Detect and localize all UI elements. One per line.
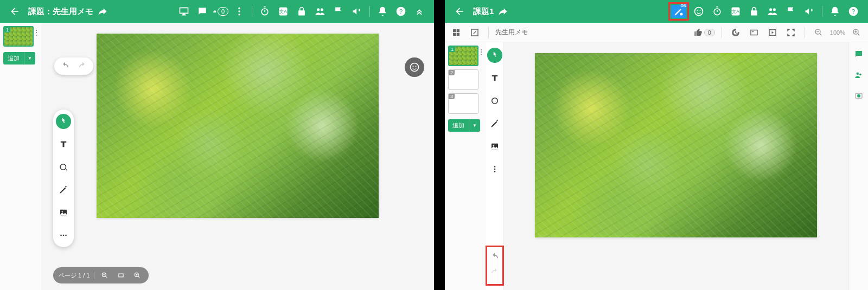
text-tool[interactable] — [56, 137, 71, 152]
zoom-in[interactable] — [131, 269, 143, 281]
more-icon[interactable] — [232, 4, 247, 19]
camera-icon[interactable] — [852, 89, 865, 102]
help-icon[interactable]: ? — [393, 4, 409, 19]
fullscreen-icon[interactable] — [784, 25, 798, 40]
zoom-in-icon[interactable] — [850, 25, 864, 40]
group-icon[interactable] — [852, 68, 865, 81]
translate-icon[interactable]: 文A — [728, 4, 743, 19]
share-icon[interactable] — [495, 4, 510, 19]
pen-tool[interactable] — [56, 182, 71, 197]
svg-point-22 — [680, 13, 683, 16]
flag-icon[interactable] — [331, 4, 346, 19]
add-dropdown[interactable]: ▼ — [469, 119, 480, 132]
timer-icon[interactable] — [710, 4, 725, 19]
grid-view-icon[interactable] — [449, 25, 463, 40]
thumb-menu-icon[interactable]: ⋮ — [33, 28, 40, 37]
redo-button[interactable] — [76, 60, 89, 73]
like-count: 0 — [704, 29, 715, 36]
zoom-out-icon[interactable] — [812, 25, 826, 40]
present-icon[interactable] — [176, 4, 192, 19]
svg-point-48 — [856, 73, 859, 75]
svg-point-44 — [493, 145, 494, 146]
undo-button[interactable] — [490, 252, 500, 264]
shape-tool[interactable] — [487, 93, 502, 108]
bell-icon[interactable] — [375, 4, 390, 19]
svg-rect-34 — [457, 29, 459, 32]
svg-rect-36 — [457, 33, 459, 35]
edit-icon[interactable] — [468, 25, 482, 40]
like-button[interactable]: 0 — [213, 4, 228, 19]
like-button[interactable]: 0 — [694, 28, 715, 37]
fit-screen[interactable] — [115, 269, 127, 281]
thumb-1[interactable]: 1 ⋮ — [3, 26, 34, 47]
page-title: 課題1 — [473, 7, 494, 17]
svg-point-23 — [695, 8, 703, 16]
undo-button[interactable] — [59, 60, 72, 73]
svg-rect-33 — [453, 29, 456, 32]
image-tool[interactable] — [56, 205, 71, 220]
page-indicator: ページ 1 / 1 — [59, 272, 90, 280]
add-dropdown[interactable]: ▼ — [24, 52, 35, 65]
canvas-image — [535, 53, 817, 237]
svg-point-6 — [317, 8, 320, 11]
shape-tool[interactable] — [56, 159, 71, 175]
canvas[interactable] — [503, 42, 848, 290]
svg-point-29 — [769, 8, 772, 11]
card-icon[interactable] — [747, 25, 761, 40]
announce-icon[interactable] — [349, 4, 365, 19]
svg-point-11 — [413, 66, 414, 67]
add-button[interactable]: 追加 — [3, 52, 24, 65]
history-icon[interactable] — [729, 25, 743, 40]
help-icon[interactable]: ? — [846, 4, 861, 19]
back-button[interactable] — [452, 4, 467, 19]
translate-icon[interactable]: 文A — [276, 4, 291, 19]
teacher-badge[interactable] — [405, 57, 424, 77]
announce-icon[interactable] — [802, 4, 817, 19]
pointer-tool[interactable] — [56, 114, 71, 129]
thumb-1[interactable]: 1 ⋮ — [448, 46, 478, 66]
pointer-tool[interactable] — [487, 48, 502, 63]
chat-icon[interactable] — [852, 48, 865, 61]
back-button[interactable] — [7, 4, 22, 19]
face-icon[interactable] — [691, 4, 706, 19]
add-page: 追加 ▼ — [448, 119, 483, 132]
svg-point-1 — [238, 10, 240, 12]
flag-icon[interactable] — [783, 4, 799, 19]
bell-icon[interactable] — [827, 4, 843, 19]
people-icon[interactable] — [312, 4, 328, 19]
memo-label: 先生用メモ — [495, 28, 528, 37]
share-icon[interactable] — [95, 4, 110, 19]
timer-icon[interactable] — [257, 4, 272, 19]
svg-rect-35 — [453, 33, 456, 35]
lock-icon[interactable] — [294, 4, 309, 19]
comment-icon[interactable] — [195, 4, 210, 19]
tool-palette — [53, 109, 74, 247]
tool-toggle-on[interactable]: ON — [669, 3, 688, 20]
image-tool[interactable] — [487, 139, 502, 154]
svg-point-45 — [494, 166, 495, 167]
body: 1 ⋮ 追加 ▼ ページ 1 / 1 — [0, 23, 434, 290]
zoom-out[interactable] — [99, 269, 111, 281]
svg-rect-38 — [751, 30, 757, 35]
thumb-2[interactable]: 2 — [448, 69, 478, 90]
svg-text:文A: 文A — [279, 9, 287, 14]
thumb-3[interactable]: 3 — [448, 93, 478, 114]
svg-text:文A: 文A — [732, 9, 739, 14]
text-tool[interactable] — [487, 70, 502, 86]
redo-button[interactable] — [490, 267, 500, 279]
svg-point-42 — [492, 98, 497, 104]
canvas[interactable] — [41, 23, 434, 290]
play-icon[interactable] — [765, 25, 780, 40]
people-icon[interactable] — [765, 4, 780, 19]
svg-point-18 — [65, 235, 67, 236]
collapse-icon[interactable] — [412, 4, 427, 19]
lock-icon[interactable] — [746, 4, 762, 19]
more-tools[interactable] — [487, 162, 502, 177]
app-left: 課題：先生用メモ 0 文A ? 1 ⋮ 追加 ▼ — [0, 0, 434, 290]
svg-text:?: ? — [852, 8, 856, 15]
thumb-menu-icon[interactable]: ⋮ — [477, 48, 485, 56]
svg-point-16 — [60, 235, 62, 236]
more-tools[interactable] — [56, 228, 71, 243]
add-button[interactable]: 追加 — [448, 119, 469, 132]
pen-tool[interactable] — [487, 116, 502, 131]
